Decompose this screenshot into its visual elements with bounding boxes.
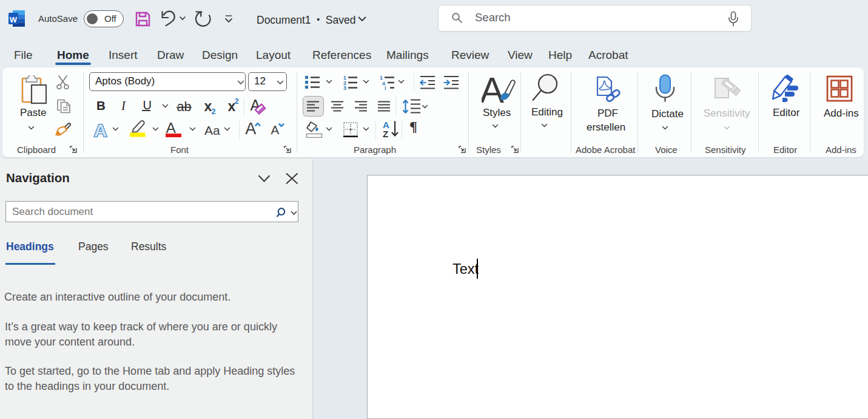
- svg-text:W: W: [10, 15, 18, 24]
- svg-text:A: A: [482, 74, 504, 107]
- svg-text:Z: Z: [383, 129, 388, 138]
- svg-text:A: A: [271, 123, 279, 137]
- svg-text:x: x: [204, 102, 212, 114]
- svg-text:2: 2: [212, 107, 216, 116]
- svg-text:B: B: [96, 99, 106, 112]
- svg-text:i: i: [385, 85, 386, 90]
- svg-text:3: 3: [343, 85, 346, 90]
- svg-text:Aa: Aa: [204, 123, 220, 137]
- svg-text:2: 2: [235, 98, 239, 106]
- svg-text:A: A: [94, 120, 107, 140]
- svg-text:A: A: [245, 122, 256, 138]
- svg-text:I: I: [121, 99, 126, 112]
